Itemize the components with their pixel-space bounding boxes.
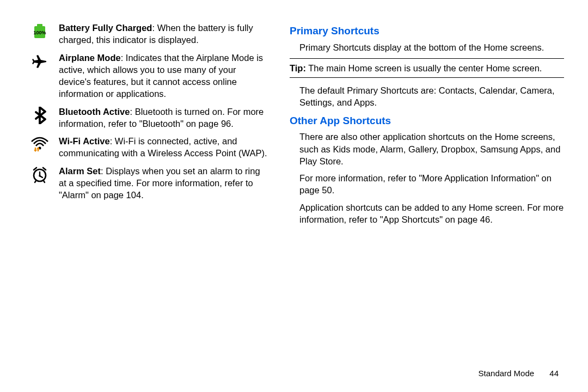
svg-point-6 — [39, 175, 40, 176]
para-primary-intro: Primary Shortcuts display at the bottom … — [290, 41, 564, 53]
indicator-row-battery: 100% Battery Fully Charged: When the bat… — [29, 22, 269, 46]
indicator-title: Alarm Set — [59, 166, 101, 176]
battery-icon: 100% — [29, 22, 50, 46]
para5-b: on page 46. — [443, 215, 493, 224]
footer-section: Standard Mode — [479, 369, 535, 378]
para-other-intro: There are also other application shortcu… — [290, 131, 564, 167]
indicator-row-airplane: Airplane Mode: Indicates that the Airpla… — [29, 52, 269, 100]
indicator-title: Wi-Fi Active — [59, 136, 110, 146]
indicator-link: "Bluetooth" — [139, 119, 183, 128]
indicator-row-alarm: Alarm Set: Displays when you set an alar… — [29, 165, 269, 201]
tip-callout: Tip: The main Home screen is usually the… — [290, 58, 564, 78]
wifi-icon — [29, 135, 50, 160]
indicator-link: "Alarm" — [59, 190, 89, 200]
alarm-clock-icon — [29, 165, 50, 201]
indicator-title: Battery Fully Charged — [59, 23, 152, 33]
indicator-desc: Wi-Fi Active: Wi-Fi is connected, active… — [59, 135, 269, 160]
para-app-shortcuts: Application shortcuts can be added to an… — [290, 201, 564, 226]
para5-link: "App Shortcuts" — [380, 215, 443, 224]
bluetooth-icon — [29, 106, 50, 130]
indicator-desc: Airplane Mode: Indicates that the Airpla… — [59, 52, 269, 100]
tip-label: Tip: — [290, 63, 306, 73]
right-column: Primary Shortcuts Primary Shortcuts disp… — [290, 22, 564, 376]
para4-a: For more information, refer to — [299, 173, 419, 183]
left-column: 100% Battery Fully Charged: When the bat… — [29, 22, 269, 376]
tip-text: The main Home screen is usually the cent… — [306, 63, 542, 73]
svg-marker-3 — [34, 150, 37, 152]
page-footer: Standard Mode 44 — [479, 368, 559, 379]
heading-other-shortcuts: Other App Shortcuts — [290, 114, 564, 128]
indicator-desc: Alarm Set: Displays when you set an alar… — [59, 165, 269, 201]
indicator-tail: on page 104. — [89, 190, 144, 200]
heading-primary-shortcuts: Primary Shortcuts — [290, 24, 564, 38]
indicator-row-bluetooth: Bluetooth Active: Bluetooth is turned on… — [29, 106, 269, 130]
svg-rect-1 — [37, 24, 42, 27]
indicator-desc: Bluetooth Active: Bluetooth is turned on… — [59, 106, 269, 130]
indicator-tail: on page 96. — [183, 119, 234, 128]
indicator-desc: Battery Fully Charged: When the battery … — [59, 22, 269, 46]
indicator-row-wifi: Wi-Fi Active: Wi-Fi is connected, active… — [29, 135, 269, 160]
para-more-info: For more information, refer to "More App… — [290, 172, 564, 197]
battery-pct: 100% — [33, 30, 46, 35]
para-default-shortcuts: The default Primary Shortcuts are: Conta… — [290, 84, 564, 109]
footer-page-number: 44 — [549, 369, 559, 378]
para4-link: "More Application Information" — [419, 173, 539, 183]
airplane-icon — [29, 52, 50, 100]
indicator-title: Bluetooth Active — [59, 107, 130, 117]
indicator-title: Airplane Mode — [59, 53, 121, 63]
